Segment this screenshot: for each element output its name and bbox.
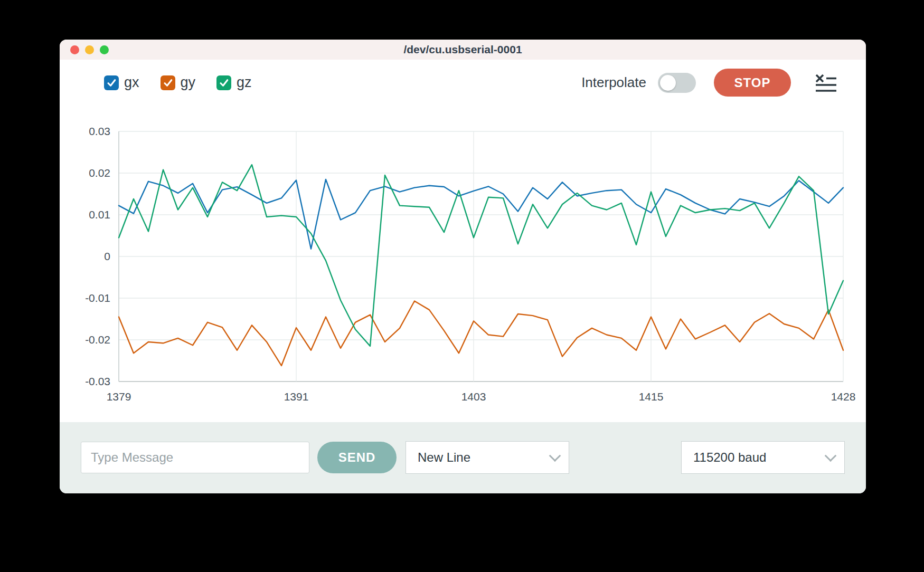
x-axis-tick-label: 1403 bbox=[461, 390, 486, 403]
chart-plot-area: 0.030.020.010-0.01-0.02-0.03137913911403… bbox=[60, 106, 866, 422]
series-label: gy bbox=[181, 74, 196, 91]
x-axis-tick-label: 1415 bbox=[639, 390, 664, 403]
series-legend: gx gy gz bbox=[60, 74, 252, 91]
series-checkbox-gx[interactable]: gx bbox=[104, 74, 139, 91]
line-ending-value: New Line bbox=[418, 450, 470, 465]
message-input[interactable] bbox=[81, 442, 309, 473]
series-checkbox-gz[interactable]: gz bbox=[216, 74, 252, 91]
toolbar-right-controls: Interpolate STOP bbox=[581, 69, 866, 97]
x-axis-tick-label: 1379 bbox=[107, 390, 131, 403]
titlebar[interactable]: /dev/cu.usbserial-0001 bbox=[60, 40, 866, 60]
serial-plotter-window: /dev/cu.usbserial-0001 gx gy bbox=[60, 40, 866, 493]
toolbar: gx gy gz Interpolate bbox=[60, 60, 866, 106]
series-line-gz bbox=[119, 165, 843, 346]
check-icon bbox=[107, 78, 116, 88]
y-axis-tick-label: -0.01 bbox=[85, 292, 110, 304]
checkbox-checked-icon[interactable] bbox=[216, 75, 231, 90]
send-button[interactable]: SEND bbox=[317, 442, 397, 473]
check-icon bbox=[219, 78, 229, 88]
series-checkbox-gy[interactable]: gy bbox=[161, 74, 196, 91]
series-label: gx bbox=[124, 74, 139, 91]
y-axis-tick-label: 0.01 bbox=[89, 208, 110, 221]
x-axis-tick-label: 1391 bbox=[284, 390, 309, 403]
chevron-down-icon bbox=[825, 450, 837, 462]
y-axis-tick-label: 0 bbox=[104, 250, 110, 262]
message-bar: SEND New Line 115200 baud bbox=[60, 422, 866, 493]
y-axis-tick-label: 0.03 bbox=[89, 125, 110, 137]
clear-list-icon[interactable] bbox=[815, 74, 836, 92]
toggle-knob bbox=[660, 75, 676, 91]
series-line-gy bbox=[119, 301, 843, 366]
desktop-background: /dev/cu.usbserial-0001 gx gy bbox=[0, 0, 924, 572]
interpolate-toggle[interactable] bbox=[658, 73, 696, 93]
interpolate-label: Interpolate bbox=[581, 74, 646, 91]
baud-rate-select[interactable]: 115200 baud bbox=[681, 441, 845, 474]
chevron-down-icon bbox=[549, 450, 561, 462]
y-axis-tick-label: -0.02 bbox=[85, 333, 110, 346]
series-line-gx bbox=[119, 179, 843, 249]
y-axis-tick-label: 0.02 bbox=[89, 167, 110, 179]
line-ending-select[interactable]: New Line bbox=[406, 441, 569, 474]
x-axis-tick-label: 1428 bbox=[831, 390, 856, 403]
window-title: /dev/cu.usbserial-0001 bbox=[403, 43, 522, 56]
minimize-button[interactable] bbox=[85, 45, 94, 54]
close-button[interactable] bbox=[70, 45, 79, 54]
checkbox-checked-icon[interactable] bbox=[104, 75, 119, 90]
y-axis-tick-label: -0.03 bbox=[85, 375, 110, 387]
checkbox-checked-icon[interactable] bbox=[161, 75, 175, 90]
check-icon bbox=[163, 78, 173, 88]
series-label: gz bbox=[237, 74, 252, 91]
traffic-lights bbox=[70, 40, 109, 60]
stop-button[interactable]: STOP bbox=[714, 69, 791, 97]
baud-rate-value: 115200 baud bbox=[693, 450, 766, 465]
zoom-button[interactable] bbox=[100, 45, 109, 54]
